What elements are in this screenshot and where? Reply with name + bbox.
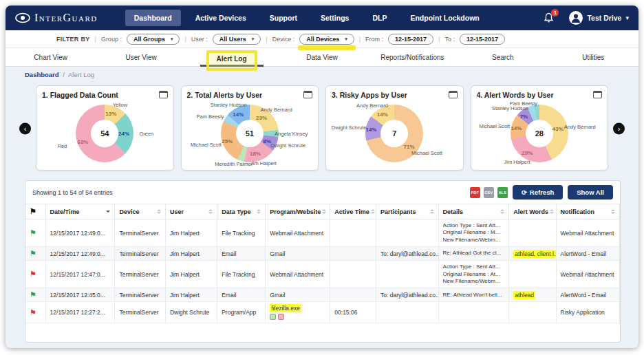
cell-program: Gmail <box>266 288 330 302</box>
column-header-details[interactable]: Details <box>438 204 509 219</box>
top-navbar: InterGuard DashboardActive DevicesSuppor… <box>6 6 638 30</box>
export-pdf-icon[interactable]: PDF <box>470 187 480 198</box>
filter-by-label: FILTER BY <box>56 36 90 43</box>
breadcrumb: Dashboard / Alert Log <box>6 67 638 80</box>
green-flag-icon[interactable]: ⚑ <box>30 228 36 237</box>
show-all-button[interactable]: Show All <box>568 185 613 200</box>
cell-user: Jim Halpert <box>165 219 217 247</box>
column-label: Device <box>119 208 139 215</box>
column-header-program-website[interactable]: Program/Website <box>266 204 330 219</box>
to-label: To : <box>444 36 455 43</box>
cell-user: Jim Halpert <box>165 247 217 261</box>
tab-alert-log[interactable]: Alert Log <box>186 48 277 66</box>
segment-pct-label: 14% <box>233 111 244 117</box>
segment-name-label: Michael Scott <box>411 150 442 156</box>
to-date-input[interactable]: 12-15-2017 <box>460 34 505 45</box>
cell-user: Jim Halpert <box>165 288 217 302</box>
program-name: Webmail Attachment <box>270 230 323 237</box>
expand-window-icon[interactable] <box>303 91 312 98</box>
table-row[interactable]: ⚑12/15/2017 12:27:2...TerminalServerDwig… <box>25 302 620 323</box>
cell-notification: Webmail Attachment <box>556 261 619 288</box>
group-select[interactable]: All Groups▾ <box>127 34 180 45</box>
column-header-data-type[interactable]: Data Type <box>217 204 266 219</box>
segment-name-label: Andy Bernard <box>356 102 388 108</box>
nav-item-active-devices[interactable]: Active Devices <box>186 10 255 26</box>
alert-log-card: Showing 1 to 54 of 54 entries PDFCSVXLS … <box>25 180 621 343</box>
program-name: Webmail Attachment <box>270 271 323 278</box>
expand-window-icon[interactable] <box>159 91 168 98</box>
tab-chart-view[interactable]: Chart View <box>6 48 96 66</box>
segment-pct-label: 71% <box>404 144 415 150</box>
column-header-notification[interactable]: Notification <box>556 204 619 219</box>
tab-utilities[interactable]: Utilities <box>548 48 638 66</box>
table-row[interactable]: ⚑12/15/2017 12:45:0...TerminalServerJim … <box>25 288 620 302</box>
breadcrumb-dashboard[interactable]: Dashboard <box>25 71 59 78</box>
donut-ring: 28 <box>511 105 568 162</box>
cell-notification: Risky Application <box>556 302 619 323</box>
red-flag-icon[interactable]: ⚑ <box>30 270 36 278</box>
donut-chart: 771%Michael Scott14%Dwight Schrute14%And… <box>332 100 458 166</box>
segment-name-label: Michael Scott <box>479 122 510 129</box>
nav-item-dlp[interactable]: DLP <box>363 10 396 26</box>
column-header-date-time[interactable]: Date/Time <box>45 204 115 219</box>
tab-search[interactable]: Search <box>458 48 548 66</box>
cell-alert-words <box>509 261 556 288</box>
tab-data-view[interactable]: Data View <box>277 48 367 66</box>
refresh-button[interactable]: ⟳ Refresh <box>513 185 563 200</box>
export-csv-icon[interactable]: CSV <box>484 187 494 198</box>
carousel-prev-button[interactable]: ‹ <box>19 123 31 135</box>
table-toolbar: Showing 1 to 54 of 54 entries PDFCSVXLS … <box>25 181 620 204</box>
divider: | <box>438 36 440 43</box>
chart-card-2-total-alerts-by-user: 2. Total Alerts by User5123%Andy Bernard… <box>181 85 319 171</box>
green-flag-icon[interactable]: ⚑ <box>30 249 36 257</box>
table-row[interactable]: ⚑12/15/2017 12:47:0...TerminalServerJim … <box>25 261 620 288</box>
device-select[interactable]: All Devices▾ <box>299 34 354 45</box>
segment-pct-label: 24% <box>118 131 129 137</box>
segment-name-label: Michael Scott <box>191 141 222 147</box>
column-header-alert-words[interactable]: Alert Words <box>509 204 556 219</box>
nav-item-endpoint-lockdown[interactable]: Endpoint Lockdown <box>401 10 488 26</box>
notifications-button[interactable]: 1 <box>544 12 554 23</box>
expand-window-icon[interactable] <box>449 91 458 98</box>
user-select[interactable]: All Users▾ <box>213 34 261 45</box>
nav-item-settings[interactable]: Settings <box>312 10 358 26</box>
column-header-participants[interactable]: Participants <box>376 204 438 219</box>
column-header-inner: Date/Time <box>50 208 111 215</box>
cell-participants <box>376 302 438 323</box>
donut-total: 28 <box>535 129 544 138</box>
column-header-device[interactable]: Device <box>115 204 166 219</box>
cell-active-time <box>330 219 376 247</box>
chevron-down-icon: ▾ <box>345 36 347 42</box>
sort-desc-icon <box>257 212 261 214</box>
column-header-user[interactable]: User <box>165 204 217 219</box>
column-header-active-time[interactable]: Active Time <box>330 204 376 219</box>
red-flag-icon[interactable]: ⚑ <box>30 308 36 316</box>
brand[interactable]: InterGuard <box>15 12 98 24</box>
column-header-inner: User <box>170 208 213 215</box>
user-menu[interactable]: Test Drive ▾ <box>569 11 629 25</box>
cell-details <box>438 302 509 323</box>
program-chip-icon[interactable] <box>278 314 284 320</box>
tab-label: Search <box>492 54 514 61</box>
sort-desc-icon <box>208 212 213 214</box>
tab-reports-notifications[interactable]: Reports/Notifications <box>367 48 458 66</box>
sort-icon <box>322 209 326 214</box>
refresh-label: Refresh <box>530 189 554 196</box>
from-date-input[interactable]: 12-15-2017 <box>388 34 433 45</box>
carousel-next-button[interactable]: › <box>613 123 625 135</box>
table-row[interactable]: ⚑12/15/2017 12:49:0...TerminalServerJim … <box>25 247 620 261</box>
sort-desc-icon <box>550 212 554 214</box>
tab-user-view[interactable]: User View <box>96 48 186 66</box>
sort-icon <box>106 211 110 213</box>
table-row[interactable]: ⚑12/15/2017 12:49:0...TerminalServerJim … <box>25 219 620 247</box>
expand-window-icon[interactable] <box>593 91 602 98</box>
green-flag-icon[interactable]: ⚑ <box>30 290 36 299</box>
alert-words-text: athlead, client l... <box>513 250 556 258</box>
nav-item-support[interactable]: Support <box>261 10 306 26</box>
nav-item-dashboard[interactable]: Dashboard <box>125 10 181 26</box>
sort-icon <box>550 209 554 214</box>
program-chip-icon[interactable] <box>270 314 276 320</box>
export-xls-icon[interactable]: XLS <box>497 187 508 198</box>
column-header-flag[interactable]: ⚑ <box>25 204 45 219</box>
cell-alert-words: athlead <box>509 288 556 302</box>
